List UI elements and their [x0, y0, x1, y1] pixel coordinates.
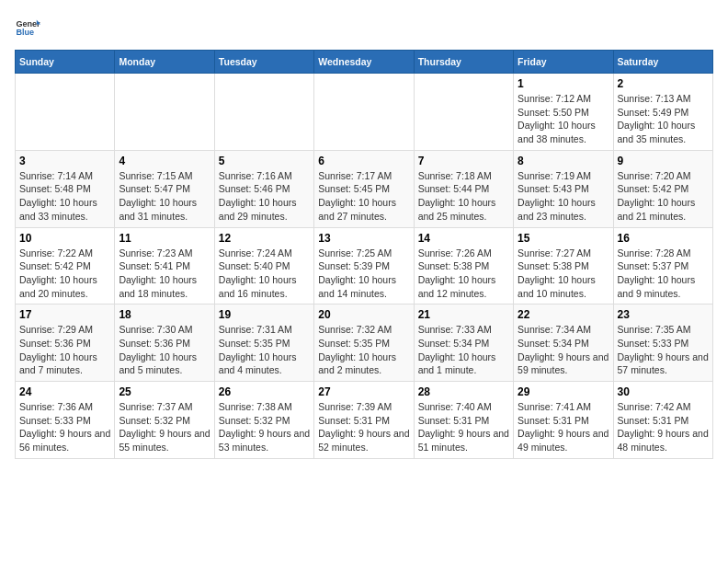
- logo: General Blue: [15, 15, 40, 40]
- calendar-cell: 26Sunrise: 7:38 AM Sunset: 5:32 PM Dayli…: [214, 382, 313, 459]
- calendar-cell: 8Sunrise: 7:19 AM Sunset: 5:43 PM Daylig…: [514, 150, 613, 227]
- day-info: Sunrise: 7:23 AM Sunset: 5:41 PM Dayligh…: [119, 247, 210, 301]
- day-number: 22: [518, 308, 609, 321]
- day-number: 6: [318, 155, 409, 167]
- calendar-week-4: 17Sunrise: 7:29 AM Sunset: 5:36 PM Dayli…: [16, 304, 713, 382]
- day-info: Sunrise: 7:27 AM Sunset: 5:38 PM Dayligh…: [518, 247, 609, 301]
- day-number: 16: [618, 232, 709, 245]
- day-info: Sunrise: 7:32 AM Sunset: 5:35 PM Dayligh…: [318, 323, 409, 377]
- day-number: 26: [219, 385, 310, 398]
- day-info: Sunrise: 7:20 AM Sunset: 5:42 PM Dayligh…: [618, 169, 709, 224]
- calendar-cell: 3Sunrise: 7:14 AM Sunset: 5:48 PM Daylig…: [16, 150, 115, 227]
- day-info: Sunrise: 7:25 AM Sunset: 5:39 PM Dayligh…: [318, 247, 409, 301]
- day-info: Sunrise: 7:42 AM Sunset: 5:31 PM Dayligh…: [618, 400, 709, 454]
- calendar-cell: 12Sunrise: 7:24 AM Sunset: 5:40 PM Dayli…: [214, 227, 313, 304]
- day-number: 5: [219, 155, 310, 167]
- calendar-week-5: 24Sunrise: 7:36 AM Sunset: 5:33 PM Dayli…: [16, 382, 713, 459]
- calendar-header-sunday: Sunday: [16, 51, 115, 74]
- calendar-cell: 28Sunrise: 7:40 AM Sunset: 5:31 PM Dayli…: [414, 382, 513, 459]
- calendar-cell: 2Sunrise: 7:13 AM Sunset: 5:49 PM Daylig…: [613, 74, 712, 151]
- day-number: 11: [119, 232, 210, 245]
- calendar-header-tuesday: Tuesday: [214, 51, 313, 74]
- calendar-cell: 20Sunrise: 7:32 AM Sunset: 5:35 PM Dayli…: [314, 304, 414, 382]
- calendar-cell: 17Sunrise: 7:29 AM Sunset: 5:36 PM Dayli…: [16, 304, 115, 382]
- calendar-body: 1Sunrise: 7:12 AM Sunset: 5:50 PM Daylig…: [16, 74, 713, 459]
- day-info: Sunrise: 7:40 AM Sunset: 5:31 PM Dayligh…: [418, 400, 509, 454]
- day-number: 18: [119, 308, 210, 321]
- calendar-cell: 6Sunrise: 7:17 AM Sunset: 5:45 PM Daylig…: [314, 150, 414, 227]
- calendar-cell: [115, 74, 214, 151]
- calendar-cell: 11Sunrise: 7:23 AM Sunset: 5:41 PM Dayli…: [115, 227, 214, 304]
- day-number: 15: [518, 232, 609, 245]
- day-number: 2: [618, 77, 709, 90]
- svg-text:Blue: Blue: [16, 28, 34, 37]
- day-info: Sunrise: 7:16 AM Sunset: 5:46 PM Dayligh…: [219, 169, 310, 224]
- calendar-header-wednesday: Wednesday: [314, 51, 414, 74]
- day-number: 12: [219, 232, 310, 245]
- calendar-cell: [414, 74, 513, 151]
- day-info: Sunrise: 7:17 AM Sunset: 5:45 PM Dayligh…: [318, 169, 409, 224]
- day-number: 4: [119, 155, 210, 167]
- day-number: 7: [418, 155, 509, 167]
- calendar-cell: 19Sunrise: 7:31 AM Sunset: 5:35 PM Dayli…: [214, 304, 313, 382]
- day-number: 3: [19, 155, 110, 167]
- calendar-cell: 9Sunrise: 7:20 AM Sunset: 5:42 PM Daylig…: [613, 150, 712, 227]
- day-info: Sunrise: 7:19 AM Sunset: 5:43 PM Dayligh…: [518, 169, 609, 224]
- calendar-header-thursday: Thursday: [414, 51, 513, 74]
- calendar-cell: 25Sunrise: 7:37 AM Sunset: 5:32 PM Dayli…: [115, 382, 214, 459]
- calendar-header-friday: Friday: [514, 51, 613, 74]
- day-number: 28: [418, 385, 509, 398]
- day-info: Sunrise: 7:15 AM Sunset: 5:47 PM Dayligh…: [119, 169, 210, 224]
- calendar-table: SundayMondayTuesdayWednesdayThursdayFrid…: [15, 50, 713, 459]
- calendar-header-monday: Monday: [115, 51, 214, 74]
- day-number: 10: [19, 232, 110, 245]
- day-info: Sunrise: 7:13 AM Sunset: 5:49 PM Dayligh…: [618, 92, 709, 146]
- calendar-header-row: SundayMondayTuesdayWednesdayThursdayFrid…: [16, 51, 713, 74]
- day-info: Sunrise: 7:36 AM Sunset: 5:33 PM Dayligh…: [19, 400, 110, 454]
- day-number: 9: [618, 155, 709, 167]
- day-info: Sunrise: 7:29 AM Sunset: 5:36 PM Dayligh…: [19, 323, 110, 377]
- day-number: 21: [418, 308, 509, 321]
- calendar-cell: 23Sunrise: 7:35 AM Sunset: 5:33 PM Dayli…: [613, 304, 712, 382]
- calendar-cell: [214, 74, 313, 151]
- calendar-cell: 21Sunrise: 7:33 AM Sunset: 5:34 PM Dayli…: [414, 304, 513, 382]
- logo-icon: General Blue: [15, 15, 40, 40]
- day-number: 19: [219, 308, 310, 321]
- calendar-cell: 14Sunrise: 7:26 AM Sunset: 5:38 PM Dayli…: [414, 227, 513, 304]
- day-number: 1: [518, 77, 609, 90]
- day-number: 23: [618, 308, 709, 321]
- day-info: Sunrise: 7:31 AM Sunset: 5:35 PM Dayligh…: [219, 323, 310, 377]
- calendar-cell: 10Sunrise: 7:22 AM Sunset: 5:42 PM Dayli…: [16, 227, 115, 304]
- calendar-cell: [314, 74, 414, 151]
- day-number: 20: [318, 308, 409, 321]
- calendar-cell: 4Sunrise: 7:15 AM Sunset: 5:47 PM Daylig…: [115, 150, 214, 227]
- calendar-cell: 27Sunrise: 7:39 AM Sunset: 5:31 PM Dayli…: [314, 382, 414, 459]
- day-number: 30: [618, 385, 709, 398]
- day-number: 29: [518, 385, 609, 398]
- calendar-cell: 18Sunrise: 7:30 AM Sunset: 5:36 PM Dayli…: [115, 304, 214, 382]
- calendar-cell: 13Sunrise: 7:25 AM Sunset: 5:39 PM Dayli…: [314, 227, 414, 304]
- calendar-cell: 30Sunrise: 7:42 AM Sunset: 5:31 PM Dayli…: [613, 382, 712, 459]
- calendar-week-1: 1Sunrise: 7:12 AM Sunset: 5:50 PM Daylig…: [16, 74, 713, 151]
- calendar-cell: [16, 74, 115, 151]
- calendar-cell: 16Sunrise: 7:28 AM Sunset: 5:37 PM Dayli…: [613, 227, 712, 304]
- day-info: Sunrise: 7:34 AM Sunset: 5:34 PM Dayligh…: [518, 323, 609, 377]
- day-info: Sunrise: 7:39 AM Sunset: 5:31 PM Dayligh…: [318, 400, 409, 454]
- day-info: Sunrise: 7:18 AM Sunset: 5:44 PM Dayligh…: [418, 169, 509, 224]
- calendar-cell: 29Sunrise: 7:41 AM Sunset: 5:31 PM Dayli…: [514, 382, 613, 459]
- day-info: Sunrise: 7:14 AM Sunset: 5:48 PM Dayligh…: [19, 169, 110, 224]
- calendar-cell: 1Sunrise: 7:12 AM Sunset: 5:50 PM Daylig…: [514, 74, 613, 151]
- day-info: Sunrise: 7:38 AM Sunset: 5:32 PM Dayligh…: [219, 400, 310, 454]
- day-number: 17: [19, 308, 110, 321]
- day-info: Sunrise: 7:28 AM Sunset: 5:37 PM Dayligh…: [618, 247, 709, 301]
- day-info: Sunrise: 7:26 AM Sunset: 5:38 PM Dayligh…: [418, 247, 509, 301]
- calendar-cell: 24Sunrise: 7:36 AM Sunset: 5:33 PM Dayli…: [16, 382, 115, 459]
- calendar-week-3: 10Sunrise: 7:22 AM Sunset: 5:42 PM Dayli…: [16, 227, 713, 304]
- day-info: Sunrise: 7:41 AM Sunset: 5:31 PM Dayligh…: [518, 400, 609, 454]
- day-number: 13: [318, 232, 409, 245]
- day-info: Sunrise: 7:12 AM Sunset: 5:50 PM Dayligh…: [518, 92, 609, 146]
- day-info: Sunrise: 7:30 AM Sunset: 5:36 PM Dayligh…: [119, 323, 210, 377]
- day-number: 27: [318, 385, 409, 398]
- day-info: Sunrise: 7:33 AM Sunset: 5:34 PM Dayligh…: [418, 323, 509, 377]
- calendar-cell: 5Sunrise: 7:16 AM Sunset: 5:46 PM Daylig…: [214, 150, 313, 227]
